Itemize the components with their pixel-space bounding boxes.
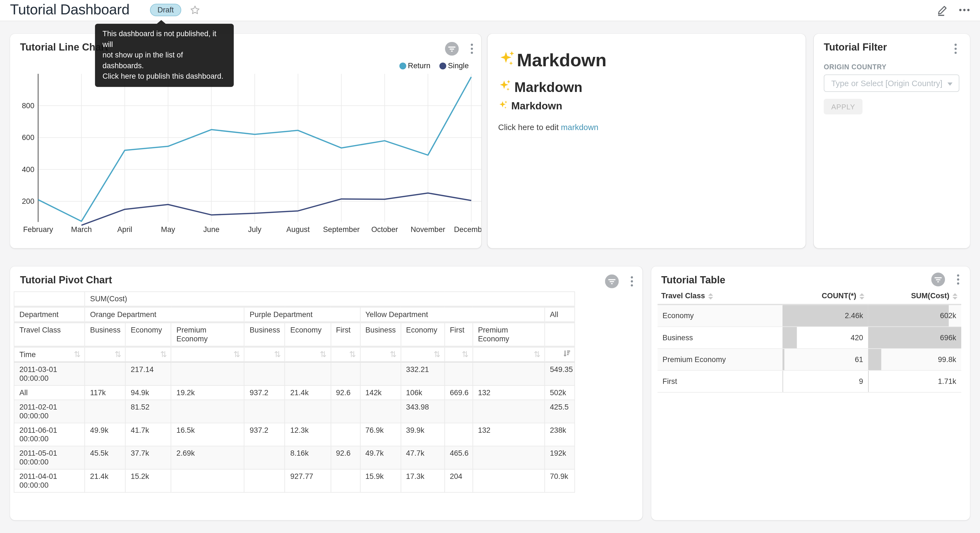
pivot-group-header: Orange Department <box>85 307 244 322</box>
pivot-value-cell: 21.4k <box>285 386 331 400</box>
pivot-value-cell <box>444 423 473 446</box>
sort-caret-icon <box>952 293 957 299</box>
legend-item-single[interactable]: Single <box>439 61 469 70</box>
pivot-value-cell: 39.9k <box>401 423 445 446</box>
pivot-value-cell <box>244 469 285 492</box>
cell-travel-class: Premium Economy <box>657 348 783 370</box>
cell-travel-class: Economy <box>657 305 783 327</box>
pivot-sort-cell[interactable]: ⇅ <box>401 346 445 362</box>
page-title: Tutorial Dashboard <box>10 2 129 18</box>
cell-count: 420 <box>783 327 868 348</box>
pivot-value-cell <box>331 469 360 492</box>
draft-badge[interactable]: Draft <box>150 4 181 16</box>
kebab-menu-icon[interactable] <box>951 273 965 286</box>
pivot-value-cell: 204 <box>444 469 473 492</box>
sort-icon[interactable]: ⇅ <box>349 349 356 359</box>
pivot-sort-cell[interactable]: ⇅ <box>85 346 125 362</box>
markdown-edit-link[interactable]: markdown <box>561 123 598 132</box>
filter-indicator-icon[interactable] <box>931 273 945 286</box>
pivot-class-row: Travel Class Business Economy Premium Ec… <box>14 322 575 346</box>
legend-label: Single <box>448 61 469 70</box>
origin-country-select[interactable]: Type or Select [Origin Country] <box>824 74 959 92</box>
table-row: Business420696k <box>657 327 961 348</box>
pivot-value-cell: 937.2 <box>244 423 285 446</box>
pivot-row-time: 2011-05-01 00:00:00 <box>14 446 85 469</box>
column-header-travel-class[interactable]: Travel Class <box>657 287 783 304</box>
sort-icon[interactable]: ⇅ <box>462 349 469 359</box>
tooltip-text-line: Click here to publish this dashboard. <box>102 71 226 82</box>
cell-count: 9 <box>783 370 868 392</box>
pivot-value-cell: 217.14 <box>125 362 171 386</box>
sort-icon[interactable]: ⇅ <box>115 349 121 359</box>
pivot-value-cell <box>473 362 545 386</box>
cell-travel-class: First <box>657 370 783 392</box>
pivot-value-cell: 81.52 <box>125 400 171 423</box>
pivot-sort-cell[interactable]: ⇅ <box>244 346 285 362</box>
pivot-row: All117k94.9k19.2k937.221.4k92.6142k106k6… <box>14 386 575 400</box>
sort-descending-icon[interactable] <box>563 349 571 359</box>
pivot-dim-label: Department <box>14 307 85 322</box>
pivot-class-header: Business <box>244 322 285 346</box>
panel-title: Tutorial Pivot Chart <box>20 274 112 286</box>
pivot-row: 2011-04-01 00:00:0021.4k15.2k927.7715.9k… <box>14 469 575 492</box>
favorite-star-icon[interactable] <box>189 5 201 16</box>
sort-icon[interactable]: ⇅ <box>534 349 541 359</box>
pivot-value-cell: 332.21 <box>401 362 445 386</box>
pivot-class-header: First <box>331 322 360 346</box>
pivot-sort-cell[interactable]: ⇅ <box>125 346 171 362</box>
dashboard-page: Tutorial Dashboard Draft This dashboard … <box>0 0 980 533</box>
column-header-sum-cost[interactable]: SUM(Cost) <box>868 287 961 304</box>
pivot-row-time: 2011-06-01 00:00:00 <box>14 423 85 446</box>
pivot-value-cell: 16.5k <box>171 423 244 446</box>
pivot-value-cell: 12.3k <box>285 423 331 446</box>
pivot-value-cell: 21.4k <box>85 469 125 492</box>
pivot-group-header: All <box>545 307 575 322</box>
pivot-value-cell: 92.6 <box>331 446 360 469</box>
sort-icon[interactable]: ⇅ <box>390 349 397 359</box>
pivot-time-header[interactable]: Time⇅ <box>14 346 85 362</box>
more-actions-icon[interactable] <box>957 3 971 19</box>
markdown-title-text: Markdown <box>517 50 606 71</box>
sort-icon[interactable]: ⇅ <box>234 349 240 359</box>
kebab-menu-icon[interactable] <box>949 42 963 56</box>
pivot-sort-cell[interactable]: ⇅ <box>473 346 545 362</box>
line-chart-panel: Tutorial Line Chart Return Single 800600… <box>10 34 481 248</box>
cell-sum-cost: 602k <box>868 305 961 327</box>
pivot-sort-cell[interactable]: ⇅ <box>171 346 244 362</box>
edit-pencil-icon[interactable] <box>936 3 950 19</box>
pivot-sort-cell-active[interactable] <box>545 346 575 362</box>
pivot-sort-cell[interactable]: ⇅ <box>360 346 401 362</box>
y-tick-label: 800 <box>10 101 34 110</box>
sort-icon[interactable]: ⇅ <box>320 349 326 359</box>
column-header-count[interactable]: COUNT(*) <box>783 287 868 304</box>
pivot-value-cell <box>85 400 125 423</box>
sort-icon[interactable]: ⇅ <box>160 349 167 359</box>
kebab-menu-icon[interactable] <box>625 274 639 288</box>
pivot-sort-cell[interactable]: ⇅ <box>285 346 331 362</box>
pivot-value-cell: 92.6 <box>331 386 360 400</box>
table-row: Economy2.46k602k <box>657 305 961 327</box>
cell-travel-class: Business <box>657 327 783 348</box>
filter-indicator-icon[interactable] <box>605 274 619 288</box>
markdown-title-text: Markdown <box>511 100 562 112</box>
pivot-value-cell: 45.5k <box>85 446 125 469</box>
sparkles-icon <box>498 78 512 96</box>
apply-button[interactable]: APPLY <box>824 99 863 115</box>
pivot-class-header: Premium Economy <box>473 322 545 346</box>
pivot-row: 2011-05-01 00:00:0045.5k37.7k2.69k8.16k9… <box>14 446 575 469</box>
sort-icon[interactable]: ⇅ <box>434 349 441 359</box>
pivot-sort-cell[interactable]: ⇅ <box>444 346 473 362</box>
pivot-metric-label: SUM(Cost) <box>85 292 575 306</box>
pivot-class-header: Economy <box>285 322 331 346</box>
sort-icon[interactable]: ⇅ <box>74 349 81 359</box>
pivot-value-cell <box>171 400 244 423</box>
pivot-sort-cell[interactable]: ⇅ <box>331 346 360 362</box>
cell-sum-cost: 99.8k <box>868 348 961 370</box>
y-tick-label: 200 <box>10 197 34 206</box>
pivot-value-cell <box>444 362 473 386</box>
publish-tooltip[interactable]: This dashboard is not published, it will… <box>95 24 234 87</box>
chevron-down-icon <box>947 83 952 86</box>
y-tick-label: 400 <box>10 165 34 174</box>
legend-item-return[interactable]: Return <box>399 61 430 70</box>
sort-icon[interactable]: ⇅ <box>274 349 281 359</box>
